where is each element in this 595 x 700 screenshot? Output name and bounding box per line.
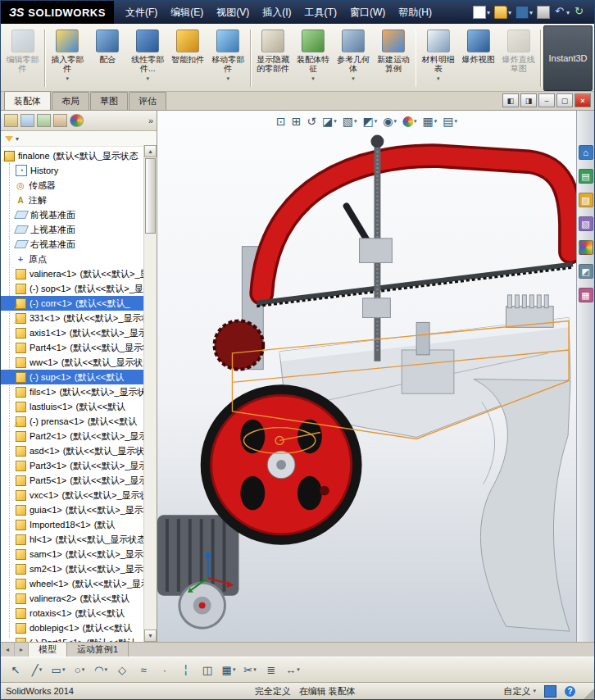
menu-item-3[interactable]: 视图(V) bbox=[210, 1, 256, 24]
print-button[interactable] bbox=[536, 5, 551, 20]
line-button[interactable]: ╱▾ bbox=[27, 661, 47, 679]
rebuild-button[interactable] bbox=[573, 6, 586, 19]
display-style-button[interactable]: ◩▾ bbox=[361, 115, 379, 128]
tree-item-12[interactable]: axis1<1>(默认<<默认>_显示状态 bbox=[1, 325, 157, 340]
move-component-button[interactable]: 移动零部件▾ bbox=[208, 25, 248, 91]
new-motion-study-button[interactable]: 新建运动算例 bbox=[374, 25, 414, 91]
tree-item-17[interactable]: lastluis<1>(默认<<默认 bbox=[1, 399, 157, 414]
tree-item-22[interactable]: Part5<1>(默认<<默认>_显示状态 bbox=[1, 473, 157, 488]
tree-item-16[interactable]: fils<1>(默认<<默认>_显示状态 bbox=[1, 384, 157, 399]
view-palette-icon[interactable]: ▧ bbox=[579, 216, 593, 231]
dimxpertmanager-tab-icon[interactable] bbox=[53, 114, 67, 127]
offset-entities-button[interactable]: ≣ bbox=[261, 661, 281, 679]
scene-icon[interactable]: ◩ bbox=[579, 264, 593, 279]
tree-item-7[interactable]: 原点 bbox=[1, 252, 157, 266]
minimize-icon[interactable]: – bbox=[538, 93, 555, 107]
tree-item-33[interactable]: (-) Part15<1>(默认<<默认 bbox=[1, 635, 157, 642]
new-document-button[interactable]: ▾ bbox=[472, 5, 491, 20]
tab-evaluate[interactable]: 评估 bbox=[129, 92, 166, 110]
tab-scroll-right-icon[interactable]: ▸ bbox=[15, 643, 29, 657]
insert-components-button[interactable]: 插入零部件▾ bbox=[48, 25, 88, 91]
apply-scene-button[interactable]: ▦▾ bbox=[421, 115, 439, 128]
zoom-fit-button[interactable]: ⊡ bbox=[275, 115, 288, 128]
view-orientation-button[interactable]: ▧▾ bbox=[341, 115, 359, 128]
resources-home-icon[interactable]: ⌂ bbox=[579, 145, 593, 160]
select-button[interactable]: ↖ bbox=[6, 661, 25, 679]
reference-geometry-button[interactable]: 参考几何体▾ bbox=[334, 25, 374, 91]
scroll-thumb[interactable] bbox=[145, 158, 156, 234]
graphics-viewport[interactable]: ⊡⊞↺◪▾▧▾◩▾◉▾▾▦▾▤▾ bbox=[157, 111, 576, 642]
tab-scroll-left-icon[interactable]: ◂ bbox=[1, 643, 15, 657]
hide-show-items-button[interactable]: ◉▾ bbox=[381, 115, 398, 128]
model-3d-hacksaw-machine[interactable] bbox=[157, 111, 576, 642]
model-handwheel[interactable] bbox=[179, 583, 225, 628]
appearances-icon[interactable] bbox=[579, 240, 593, 255]
circle-button[interactable]: ○▾ bbox=[70, 661, 89, 679]
tree-item-1[interactable]: History bbox=[1, 163, 157, 178]
mate-button[interactable]: 配合 bbox=[88, 25, 128, 91]
tree-item-31[interactable]: rotaxis<1>(默认<<默认 bbox=[1, 606, 157, 620]
model-flywheel[interactable] bbox=[201, 384, 362, 544]
filter-funnel-icon[interactable] bbox=[5, 136, 13, 142]
tree-item-19[interactable]: Part2<1>(默认<<默认>_显示状态 bbox=[1, 429, 157, 443]
model-tab-model[interactable]: 模型 bbox=[29, 643, 67, 657]
instant3d-button[interactable]: Instant3D bbox=[543, 25, 593, 91]
selection-filter-icon[interactable] bbox=[544, 685, 556, 698]
tree-item-32[interactable]: doblepig<1>(默认<<默认 bbox=[1, 620, 157, 635]
section-view-button[interactable]: ◪▾ bbox=[320, 115, 338, 128]
model-tab-motion-study-1[interactable]: 运动算例1 bbox=[67, 643, 129, 657]
featuremanager-tab-icon[interactable] bbox=[4, 114, 18, 127]
edit-appearance-button[interactable]: ▾ bbox=[401, 116, 419, 128]
open-button[interactable]: ▾ bbox=[493, 5, 512, 20]
restore-icon[interactable]: ▢ bbox=[556, 93, 573, 107]
model-stand-leg[interactable] bbox=[474, 379, 570, 631]
tree-item-5[interactable]: 上视基准面 bbox=[1, 222, 157, 237]
tree-item-6[interactable]: 右视基准面 bbox=[1, 237, 157, 252]
tree-item-4[interactable]: 前视基准面 bbox=[1, 207, 157, 222]
pane-right-icon[interactable]: ◨ bbox=[520, 93, 537, 107]
menu-item-6[interactable]: 窗口(W) bbox=[343, 1, 392, 24]
assembly-features-button[interactable]: 装配体特征▾ bbox=[293, 25, 334, 91]
zoom-area-button[interactable]: ⊞ bbox=[290, 115, 303, 128]
polygon-button[interactable]: ◇ bbox=[112, 661, 132, 679]
tree-item-30[interactable]: valinera<2>(默认<<默认 bbox=[1, 591, 157, 606]
tab-assembly[interactable]: 装配体 bbox=[4, 91, 51, 110]
close-icon[interactable]: × bbox=[575, 93, 591, 107]
tree-item-2[interactable]: 传感器 bbox=[1, 178, 157, 193]
design-library-icon[interactable]: ▤ bbox=[579, 169, 593, 184]
rectangle-button[interactable]: ▭▾ bbox=[48, 661, 68, 679]
menu-item-4[interactable]: 插入(I) bbox=[256, 1, 298, 24]
collapse-chevron-icon[interactable]: » bbox=[148, 116, 153, 125]
tree-item-25[interactable]: Imported18<1>(默认 bbox=[1, 517, 157, 532]
spline-button[interactable]: ≈ bbox=[134, 661, 153, 679]
tree-item-27[interactable]: sam<1>(默认<<默认>_显示状态 bbox=[1, 547, 157, 561]
exploded-view-button[interactable]: 爆炸视图 bbox=[458, 25, 498, 91]
tree-item-18[interactable]: ⚠(-) prensa<1>(默认<<默认 bbox=[1, 414, 157, 429]
mirror-entities-button[interactable]: ◫ bbox=[198, 661, 217, 679]
tree-item-20[interactable]: asd<1>(默认<<默认_显示状态 bbox=[1, 443, 157, 458]
tab-layout[interactable]: 布局 bbox=[52, 92, 89, 110]
undo-button[interactable]: ▾ bbox=[553, 6, 570, 19]
custom-properties-icon[interactable]: ▦ bbox=[579, 288, 593, 302]
tree-item-26[interactable]: hl<1>(默认<<默认_显示状态 bbox=[1, 532, 157, 547]
tree-item-3[interactable]: 注解 bbox=[1, 193, 157, 207]
arc-button[interactable]: ◠▾ bbox=[91, 661, 111, 679]
tree-item-11[interactable]: ⚠331<1>(默认<<默认>_显示状态 bbox=[1, 311, 157, 325]
menu-item-2[interactable]: 编辑(E) bbox=[164, 1, 210, 24]
view-settings-button[interactable]: ▤▾ bbox=[441, 115, 459, 128]
previous-view-button[interactable]: ↺ bbox=[305, 115, 318, 128]
tree-root-item[interactable]: ⚠finalone(默认<默认_显示状态 bbox=[1, 148, 157, 163]
tree-item-24[interactable]: guia<1>(默认<<默认>_显示状态 bbox=[1, 502, 157, 517]
displaymanager-tab-icon[interactable] bbox=[70, 114, 84, 127]
tree-item-15[interactable]: (-) sup<1>(默认<<默认 bbox=[1, 370, 157, 384]
tree-item-14[interactable]: ww<1>(默认<<默认_显示状态 bbox=[1, 355, 157, 370]
tree-item-13[interactable]: Part4<1>(默认<<默认_显示状态 bbox=[1, 340, 157, 355]
propertymanager-tab-icon[interactable] bbox=[20, 114, 34, 127]
model-saw-frame[interactable] bbox=[257, 156, 573, 307]
help-icon[interactable] bbox=[565, 686, 575, 697]
trim-entities-button[interactable]: ✂▾ bbox=[240, 661, 260, 679]
smart-dimension-button[interactable]: ↔▾ bbox=[283, 661, 302, 679]
tree-item-28[interactable]: sm2<1>(默认<<默认>_显示状态 bbox=[1, 561, 157, 576]
scroll-track[interactable] bbox=[144, 157, 157, 630]
tree-item-23[interactable]: vxc<1>(默认<<默认>_显示状态 bbox=[1, 488, 157, 502]
